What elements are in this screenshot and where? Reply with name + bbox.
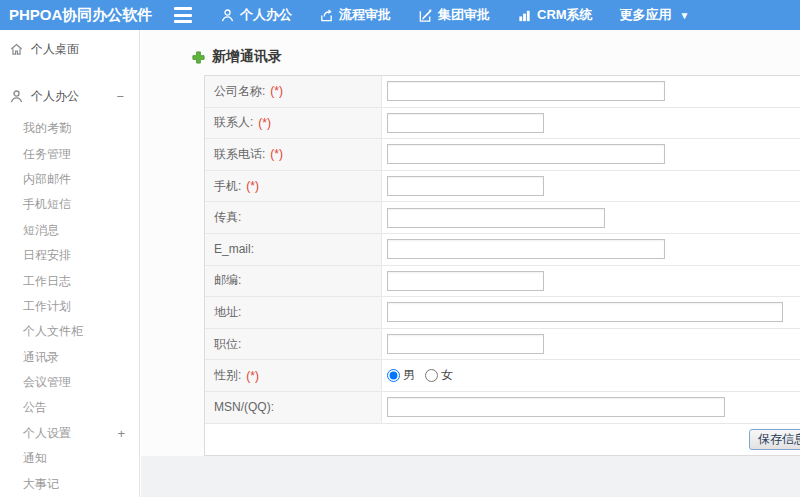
sidebar-item-label: 内部邮件 bbox=[23, 171, 71, 188]
sidebar-item-label: 个人桌面 bbox=[31, 41, 79, 58]
form-rows: 公司名称:(*)联系人:(*)联系电话:(*)手机:(*)传真:E_mail:邮… bbox=[205, 76, 800, 424]
app-logo: PHPOA协同办公软件 bbox=[0, 6, 150, 25]
sidebar-menu-list: 我的考勤任务管理内部邮件手机短信短消息日程安排工作日志工作计划个人文件柜通讯录会… bbox=[0, 116, 139, 497]
hamburger-menu-icon[interactable] bbox=[174, 7, 194, 23]
text-input[interactable] bbox=[387, 302, 783, 322]
collapse-toggle-icon[interactable]: − bbox=[116, 89, 124, 104]
page-title-row: 新增通讯录 bbox=[192, 48, 282, 66]
text-input[interactable] bbox=[387, 397, 725, 417]
add-plus-icon bbox=[192, 51, 205, 64]
form-label-cell: 手机:(*) bbox=[205, 171, 382, 202]
text-input[interactable] bbox=[387, 81, 665, 101]
field-label: 传真: bbox=[214, 209, 241, 226]
text-input[interactable] bbox=[387, 334, 544, 354]
sidebar-item-label: 个人设置 bbox=[23, 425, 71, 442]
sidebar-item-personal-desktop[interactable]: 个人桌面 bbox=[0, 37, 139, 61]
text-input[interactable] bbox=[387, 208, 605, 228]
sidebar-item[interactable]: 任务管理 bbox=[0, 141, 139, 166]
radio-input[interactable] bbox=[387, 369, 400, 382]
field-label: 性别: bbox=[214, 367, 241, 384]
text-input[interactable] bbox=[387, 176, 544, 196]
field-label: 联系人: bbox=[214, 114, 253, 131]
form-field-cell bbox=[382, 329, 800, 360]
sidebar-item-label: 任务管理 bbox=[23, 146, 71, 163]
sidebar-item[interactable]: 通讯录 bbox=[0, 345, 139, 370]
sidebar-group-label: 个人办公 bbox=[31, 88, 79, 105]
sidebar-item[interactable]: 大事记 bbox=[0, 471, 139, 496]
required-marker: (*) bbox=[270, 147, 283, 161]
sidebar-item-label: 工作计划 bbox=[23, 298, 71, 315]
form-field-cell bbox=[382, 76, 800, 107]
sidebar-item-label: 手机短信 bbox=[23, 196, 71, 213]
form-row: MSN/(QQ): bbox=[205, 392, 800, 424]
sidebar-item[interactable]: 日程安排 bbox=[0, 243, 139, 268]
sidebar-item[interactable]: 工作日志 bbox=[0, 268, 139, 293]
sidebar-item-label: 通讯录 bbox=[23, 349, 59, 366]
text-input[interactable] bbox=[387, 144, 665, 164]
required-marker: (*) bbox=[270, 84, 283, 98]
share-icon bbox=[319, 8, 334, 23]
sidebar-item[interactable]: 个人文件柜 bbox=[0, 319, 139, 344]
edit-icon bbox=[418, 8, 433, 23]
nav-item-group-approval[interactable]: 集团审批 bbox=[418, 6, 490, 24]
sidebar-item[interactable]: 会议管理 bbox=[0, 370, 139, 395]
bar-chart-icon bbox=[517, 8, 532, 23]
sidebar-item[interactable]: 内部邮件 bbox=[0, 167, 139, 192]
sidebar-item-label: 短消息 bbox=[23, 222, 59, 239]
sidebar-item-label: 我的考勤 bbox=[23, 120, 71, 137]
form-row: 联系人:(*) bbox=[205, 108, 800, 140]
sidebar-item[interactable]: 手机短信 bbox=[0, 192, 139, 217]
form-field-cell bbox=[382, 171, 800, 202]
form-row: 联系电话:(*) bbox=[205, 139, 800, 171]
text-input[interactable] bbox=[387, 239, 665, 259]
sidebar-group-personal-office[interactable]: 个人办公 − bbox=[0, 84, 139, 108]
sidebar-item[interactable]: 个人设置+ bbox=[0, 421, 139, 446]
nav-item-workflow-approval[interactable]: 流程审批 bbox=[319, 6, 391, 24]
home-icon bbox=[9, 42, 24, 57]
form-field-cell bbox=[382, 234, 800, 265]
radio-label: 女 bbox=[441, 367, 453, 384]
form-row: 邮编: bbox=[205, 266, 800, 298]
nav-item-label: 个人办公 bbox=[240, 6, 292, 24]
user-icon bbox=[220, 8, 235, 23]
form-field-cell bbox=[382, 266, 800, 297]
sidebar-item-label: 大事记 bbox=[23, 476, 59, 493]
sidebar: 个人桌面 个人办公 − 我的考勤任务管理内部邮件手机短信短消息日程安排工作日志工… bbox=[0, 30, 140, 497]
nav-item-more-apps[interactable]: 更多应用▼ bbox=[620, 6, 690, 24]
form-label-cell: 传真: bbox=[205, 202, 382, 233]
nav-item-crm-system[interactable]: CRM系统 bbox=[517, 6, 593, 24]
radio-option[interactable]: 男 bbox=[387, 367, 415, 384]
form-field-cell bbox=[382, 202, 800, 233]
user-icon bbox=[9, 89, 24, 104]
sidebar-item[interactable]: 我的考勤 bbox=[0, 116, 139, 141]
form-label-cell: 联系人:(*) bbox=[205, 108, 382, 139]
main-content: 新增通讯录 公司名称:(*)联系人:(*)联系电话:(*)手机:(*)传真:E_… bbox=[141, 30, 800, 497]
page-title: 新增通讯录 bbox=[212, 48, 282, 66]
form-field-cell: 男女 bbox=[382, 360, 800, 391]
expand-toggle-icon[interactable]: + bbox=[117, 426, 125, 441]
field-label: 地址: bbox=[214, 304, 241, 321]
nav-item-label: CRM系统 bbox=[537, 6, 593, 24]
form-row: 职位: bbox=[205, 329, 800, 361]
field-label: 手机: bbox=[214, 178, 241, 195]
new-contact-form: 公司名称:(*)联系人:(*)联系电话:(*)手机:(*)传真:E_mail:邮… bbox=[204, 75, 800, 456]
required-marker: (*) bbox=[258, 116, 271, 130]
sidebar-item[interactable]: 工作计划 bbox=[0, 294, 139, 319]
text-input[interactable] bbox=[387, 271, 544, 291]
nav-item-personal-office[interactable]: 个人办公 bbox=[220, 6, 292, 24]
sidebar-item-label: 公告 bbox=[23, 399, 47, 416]
form-label-cell: 公司名称:(*) bbox=[205, 76, 382, 107]
sidebar-item-label: 个人文件柜 bbox=[23, 323, 83, 340]
text-input[interactable] bbox=[387, 113, 544, 133]
content-footer-area bbox=[141, 456, 800, 497]
radio-option[interactable]: 女 bbox=[425, 367, 453, 384]
sidebar-item[interactable]: 公告 bbox=[0, 395, 139, 420]
sidebar-item[interactable]: 通知 bbox=[0, 446, 139, 471]
sidebar-item[interactable]: 短消息 bbox=[0, 218, 139, 243]
field-label: 职位: bbox=[214, 336, 241, 353]
form-label-cell: 邮编: bbox=[205, 266, 382, 297]
form-field-cell bbox=[382, 139, 800, 170]
header-nav: 个人办公流程审批集团审批CRM系统更多应用▼ bbox=[220, 6, 717, 24]
radio-input[interactable] bbox=[425, 369, 438, 382]
save-button[interactable]: 保存信息 bbox=[749, 429, 800, 450]
